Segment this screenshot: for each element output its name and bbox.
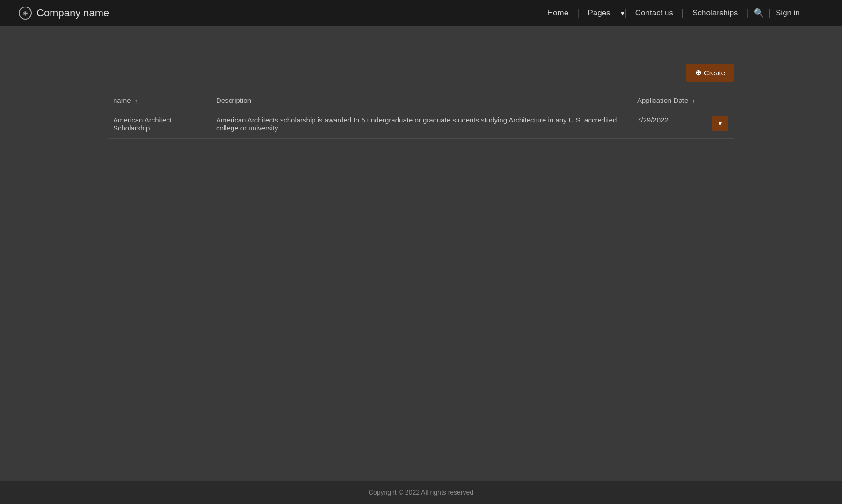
nav-pages-dropdown[interactable]: Pages ▾ <box>579 8 624 18</box>
table-header: name ↑ Description Application Date ↑ <box>108 92 734 109</box>
chevron-down-icon: ▾ <box>621 9 624 18</box>
col-header-date[interactable]: Application Date ↑ <box>632 92 706 109</box>
nav-links: Home | Pages ▾ | Contact us | Scholarshi… <box>539 8 805 19</box>
plus-icon: ⊕ <box>695 68 701 77</box>
scholarship-description: American Architects scholarship is award… <box>210 109 632 139</box>
create-button[interactable]: ⊕ Create <box>686 64 734 82</box>
brand-icon: ◉ <box>19 7 32 20</box>
sort-date-icon: ↑ <box>692 98 695 104</box>
scholarships-table: name ↑ Description Application Date ↑ Am… <box>108 92 734 139</box>
nav-signin[interactable]: Sign in <box>771 8 805 18</box>
footer: Copyright © 2022 All rights reserved <box>0 481 842 504</box>
scholarship-action-cell: ▾ <box>706 109 734 139</box>
nav-contact[interactable]: Contact us <box>627 8 682 18</box>
main-content: ⊕ Create name ↑ Description Application … <box>0 26 842 481</box>
nav-scholarships[interactable]: Scholarships <box>684 8 746 18</box>
scholarship-action-button[interactable]: ▾ <box>712 116 728 131</box>
table-row: American Architect ScholarshipAmerican A… <box>108 109 734 139</box>
col-header-action <box>706 92 734 109</box>
col-date-label: Application Date <box>637 96 688 104</box>
scholarship-name[interactable]: American Architect Scholarship <box>108 109 210 139</box>
table-body: American Architect ScholarshipAmerican A… <box>108 109 734 139</box>
brand-logo[interactable]: ◉ Company name <box>19 7 109 20</box>
search-icon[interactable]: 🔍 <box>749 8 769 18</box>
scholarship-date: 7/29/2022 <box>632 109 706 139</box>
create-label: Create <box>704 69 725 77</box>
nav-home[interactable]: Home <box>539 8 577 18</box>
col-desc-label: Description <box>216 96 251 104</box>
col-name-label: name <box>113 96 131 104</box>
nav-pages-label[interactable]: Pages <box>579 8 618 18</box>
copyright-text: Copyright © 2022 All rights reserved <box>369 489 473 496</box>
navbar: ◉ Company name Home | Pages ▾ | Contact … <box>0 0 842 26</box>
col-header-description: Description <box>210 92 632 109</box>
brand-name: Company name <box>36 7 109 19</box>
col-header-name[interactable]: name ↑ <box>108 92 210 109</box>
sort-name-icon: ↑ <box>135 98 138 104</box>
